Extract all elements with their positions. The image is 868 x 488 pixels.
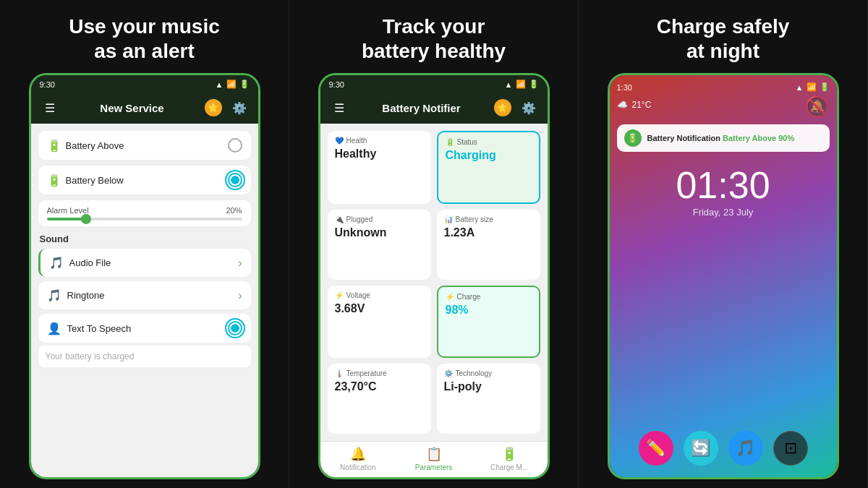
app-bar-1: ☰ New Service ⭐ ⚙️ xyxy=(31,92,258,124)
lock-signal-icon: 📶 xyxy=(807,82,817,92)
battery-below-label: Battery Below xyxy=(66,175,124,186)
gear-icon[interactable]: ⚙️ xyxy=(229,98,250,118)
technology-label: ⚙️ Technology xyxy=(444,369,533,377)
temperature-label: 🌡️ Temperature xyxy=(335,369,424,377)
panel-battery-track: Track your battery healthy 9:30 ▲ 📶 🔋 ☰ … xyxy=(289,0,579,488)
temperature-icon: 🌡️ xyxy=(335,369,344,377)
battery-size-value: 1.23A xyxy=(444,226,533,239)
app-icon-camera[interactable]: ⊡ xyxy=(773,431,808,466)
alarm-level-label-row: Alarm Level 20% xyxy=(47,206,242,215)
notif-content: Battery Notification Battery Above 90% xyxy=(647,134,795,142)
technology-icon: ⚙️ xyxy=(444,369,453,377)
notif-app-name: Battery Notification xyxy=(647,134,720,142)
star-icon-2[interactable]: ⭐ xyxy=(494,99,511,116)
temperature-value: 23,70°C xyxy=(335,380,424,393)
app-icon-edit[interactable]: ✏️ xyxy=(639,431,673,466)
panel2-title: Track your battery healthy xyxy=(362,14,506,63)
tts-label: Text To Speech xyxy=(67,323,132,334)
charge-label: ⚡ Charge xyxy=(446,293,532,301)
nav-parameters[interactable]: 📋 Parameters xyxy=(396,446,472,471)
status-label: 🔋 Status xyxy=(446,138,532,146)
status-bar-1: 9:30 ▲ 📶 🔋 xyxy=(31,75,258,92)
status-icon: 🔋 xyxy=(446,138,454,146)
menu-icon-2[interactable]: ☰ xyxy=(329,98,349,118)
ringtone-label: Ringtone xyxy=(67,290,105,301)
battery-size-label: 📊 Battery size xyxy=(444,215,533,223)
signal-icon: 📶 xyxy=(226,80,237,89)
status-value: Charging xyxy=(446,149,532,162)
status-icons-1: ▲ 📶 🔋 xyxy=(216,80,250,89)
status-cell: 🔋 Status Charging xyxy=(437,131,540,204)
gear-icon-2[interactable]: ⚙️ xyxy=(519,98,539,118)
app-icons-row: ✏️ 🔄 🎵 ⊡ xyxy=(617,431,830,470)
battery-above-radio[interactable] xyxy=(228,138,242,153)
nav-parameters-label: Parameters xyxy=(415,463,453,471)
signal-icon-2: 📶 xyxy=(516,80,526,89)
lock-battery-icon: 🔋 xyxy=(820,82,830,92)
star-icon[interactable]: ⭐ xyxy=(205,99,222,116)
nav-notification[interactable]: 🔔 Notification xyxy=(320,446,396,471)
status-time-1: 9:30 xyxy=(40,80,55,89)
charge-icon: ⚡ xyxy=(446,293,454,301)
bottom-nav-2: 🔔 Notification 📋 Parameters 🔋 Charge M..… xyxy=(320,441,548,477)
battery-grid: 💙 Health Healthy 🔋 Status Charging 🔌 Plu… xyxy=(320,124,548,441)
voltage-icon: ⚡ xyxy=(335,291,344,299)
notification-bar: 🔋 Battery Notification Battery Above 90% xyxy=(617,124,830,152)
phone-content-1: 🔋 Battery Above 🔋 Battery Below Alarm Le… xyxy=(31,124,258,477)
nav-notification-label: Notification xyxy=(340,463,375,471)
tts-placeholder: Your battery is charged xyxy=(46,351,135,361)
battery-below-icon: 🔋 xyxy=(47,174,61,187)
weather-cloud-icon: ☁️ xyxy=(617,100,628,110)
alarm-slider-fill xyxy=(47,218,86,221)
alarm-level-row: Alarm Level 20% xyxy=(38,200,251,226)
tts-icon: 👤 xyxy=(47,322,61,335)
technology-cell: ⚙️ Technology Li-poly xyxy=(437,364,540,434)
nav-charge-icon: 🔋 xyxy=(501,446,517,462)
weather-row: ☁️ 21°C xyxy=(617,100,652,110)
phone-frame-3: 1:30 ▲ 📶 🔋 ☁️ 21°C 🔕 🔋 Battery No xyxy=(608,73,839,479)
panel-charge-night: Charge safely at night 1:30 ▲ 📶 🔋 ☁️ 21°… xyxy=(579,0,868,488)
ringtone-item[interactable]: 🎵 Ringtone › xyxy=(38,281,251,309)
health-label: 💙 Health xyxy=(335,137,424,145)
battery-icon-status: 🔋 xyxy=(239,80,250,89)
phone-frame-1: 9:30 ▲ 📶 🔋 ☰ New Service ⭐ ⚙️ 🔋 Battery … xyxy=(29,73,260,479)
audio-file-icon: 🎵 xyxy=(49,256,64,270)
lock-date: Friday, 23 July xyxy=(617,207,830,218)
battery-above-item[interactable]: 🔋 Battery Above xyxy=(38,131,251,160)
tts-item[interactable]: 👤 Text To Speech xyxy=(38,314,251,343)
voltage-label: ⚡ Voltage xyxy=(335,291,424,299)
lock-time: 1:30 xyxy=(617,83,632,92)
app-bar-2: ☰ Battery Notifier ⭐ ⚙️ xyxy=(320,92,548,124)
status-bar-2: 9:30 ▲ 📶 🔋 xyxy=(320,75,548,92)
ringtone-icon: 🎵 xyxy=(47,288,61,302)
health-icon: 💙 xyxy=(335,137,344,145)
plugged-label: 🔌 Plugged xyxy=(335,215,424,223)
ringtone-chevron: › xyxy=(238,289,242,302)
appbar-title-1: New Service xyxy=(67,102,197,114)
panel3-title: Charge safely at night xyxy=(657,14,790,63)
app-icon-music[interactable]: 🎵 xyxy=(728,431,763,466)
wifi-icon-2: ▲ xyxy=(505,80,513,89)
health-value: Healthy xyxy=(335,147,424,160)
battery-below-radio[interactable] xyxy=(228,173,242,187)
battery-below-item[interactable]: 🔋 Battery Below xyxy=(38,166,251,194)
menu-icon[interactable]: ☰ xyxy=(40,98,60,118)
temperature-cell: 🌡️ Temperature 23,70°C xyxy=(328,364,431,434)
audio-file-chevron: › xyxy=(238,257,242,270)
tts-input[interactable]: Your battery is charged xyxy=(38,346,251,367)
charge-value: 98% xyxy=(446,304,532,317)
nav-parameters-icon: 📋 xyxy=(426,446,442,462)
app-icon-refresh[interactable]: 🔄 xyxy=(684,431,718,466)
alarm-slider-thumb[interactable] xyxy=(81,214,91,224)
audio-file-item[interactable]: 🎵 Audio File › xyxy=(38,249,251,277)
tts-radio[interactable] xyxy=(228,321,242,335)
mute-icon: 🔕 xyxy=(804,95,830,119)
weather-temp: 21°C xyxy=(632,100,652,110)
battery-size-cell: 📊 Battery size 1.23A xyxy=(437,210,540,280)
lock-status-bar: 1:30 ▲ 📶 🔋 xyxy=(617,82,830,92)
technology-value: Li-poly xyxy=(444,380,533,393)
voltage-cell: ⚡ Voltage 3.68V xyxy=(328,286,431,359)
alarm-slider-track[interactable] xyxy=(47,218,242,221)
nav-charge[interactable]: 🔋 Charge M... xyxy=(472,446,548,471)
phone-frame-2: 9:30 ▲ 📶 🔋 ☰ Battery Notifier ⭐ ⚙️ 💙 Hea… xyxy=(318,73,550,479)
